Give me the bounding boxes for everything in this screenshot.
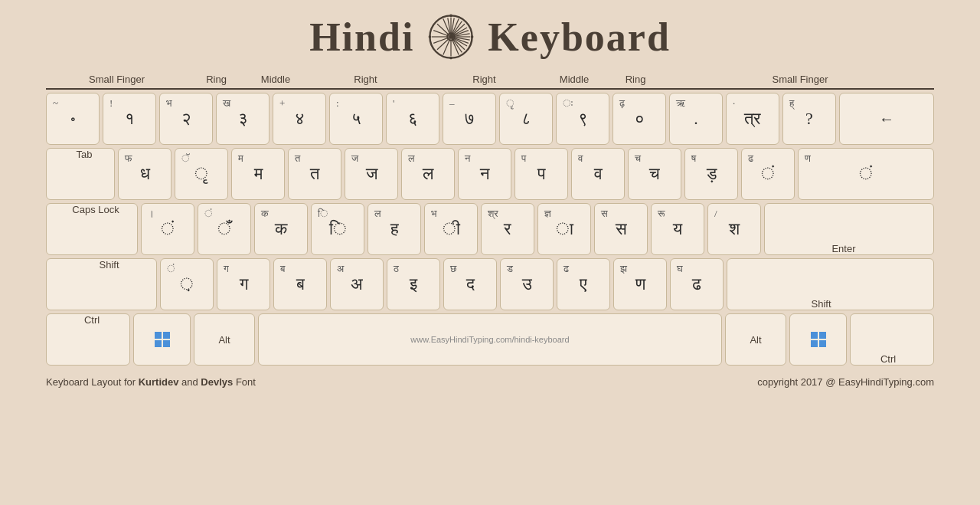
key-9[interactable]: ः९ bbox=[556, 93, 609, 145]
key-period[interactable]: झण bbox=[613, 258, 667, 310]
row-shift: Shift ं़ गग बब अअ ठइ छद डउ ढए झण घढ Shif… bbox=[46, 258, 934, 310]
key-comma[interactable]: ढए bbox=[557, 258, 610, 310]
key-v[interactable]: अअ bbox=[330, 258, 384, 310]
key-c[interactable]: बब bbox=[273, 258, 327, 310]
key-ctrl-right[interactable]: Ctrl bbox=[850, 313, 934, 366]
key-enter[interactable]: Enter bbox=[764, 203, 934, 255]
svg-rect-33 bbox=[163, 340, 170, 347]
svg-point-26 bbox=[450, 15, 453, 18]
title-part1: Hindi bbox=[309, 15, 414, 60]
key-win-right[interactable] bbox=[789, 313, 847, 366]
key-shift-right[interactable]: Shift bbox=[727, 258, 934, 310]
key-n[interactable]: छद bbox=[443, 258, 497, 310]
key-1[interactable]: !१ bbox=[103, 93, 156, 145]
key-ctrl-left[interactable]: Ctrl bbox=[46, 313, 130, 366]
svg-point-29 bbox=[471, 35, 474, 38]
key-close-bracket[interactable]: ढं bbox=[741, 148, 795, 200]
finger-ring-r: Ring bbox=[605, 74, 666, 85]
svg-rect-34 bbox=[811, 332, 818, 339]
key-r[interactable]: तत bbox=[288, 148, 341, 200]
key-6[interactable]: '६ bbox=[386, 93, 439, 145]
key-w[interactable]: ॅृ bbox=[175, 148, 228, 200]
finger-middle-r: Middle bbox=[544, 74, 605, 85]
finger-right-index: Right bbox=[306, 74, 425, 85]
key-o[interactable]: वव bbox=[571, 148, 625, 200]
key-0[interactable]: ढ़० bbox=[612, 93, 666, 145]
key-shift-left[interactable]: Shift bbox=[46, 258, 157, 310]
key-e[interactable]: मम bbox=[231, 148, 285, 200]
key-2[interactable]: भ२ bbox=[159, 93, 213, 145]
key-bracket[interactable]: ह्? bbox=[782, 93, 836, 145]
key-7[interactable]: –७ bbox=[443, 93, 496, 145]
title-part2: Keyboard bbox=[488, 15, 670, 60]
font-name-1: Kurtidev bbox=[139, 376, 179, 388]
row-number: ~॰ !१ भ२ ख३ +४ :५ '६ –७ ृ८ ः९ ढ़० ऋ. ·त्… bbox=[46, 93, 934, 145]
key-k[interactable]: ज्ञा bbox=[537, 203, 591, 255]
svg-line-12 bbox=[437, 37, 451, 50]
key-spacebar[interactable]: www.EasyHindiTyping.com/hindi-keyboard bbox=[258, 313, 722, 366]
key-i[interactable]: पप bbox=[514, 148, 568, 200]
key-equals[interactable]: ·त्र bbox=[726, 93, 779, 145]
key-alt-left[interactable]: Alt bbox=[194, 313, 255, 366]
svg-point-27 bbox=[450, 57, 453, 60]
chakra-icon bbox=[428, 14, 474, 60]
finger-middle-l: Middle bbox=[245, 74, 306, 85]
svg-rect-35 bbox=[819, 332, 826, 339]
key-s[interactable]: ंँ bbox=[198, 203, 251, 255]
row-home: Caps Lock ।ं ंँ कक िि लह भी श्रर ज्ञा सस… bbox=[46, 203, 934, 255]
svg-rect-37 bbox=[819, 340, 826, 347]
key-4[interactable]: +४ bbox=[273, 93, 326, 145]
key-h[interactable]: भी bbox=[424, 203, 478, 255]
keyboard-area: Small Finger Ring Middle Right Right Mid… bbox=[46, 74, 934, 369]
key-tab[interactable]: Tab bbox=[46, 148, 115, 200]
finger-small-finger-r: Small Finger bbox=[666, 74, 934, 85]
key-l[interactable]: सस bbox=[594, 203, 648, 255]
key-y[interactable]: लल bbox=[401, 148, 455, 200]
finger-small-finger-l: Small Finger bbox=[46, 74, 188, 85]
key-m[interactable]: डउ bbox=[500, 258, 554, 310]
row-qwerty: Tab फध ॅृ मम तत जज लल नन पप वव चच षड़ ढं… bbox=[46, 148, 934, 200]
finger-ring-l: Ring bbox=[188, 74, 245, 85]
row-bottom: Ctrl Alt www.EasyHindiTyping.com/hindi-k… bbox=[46, 313, 934, 366]
key-p[interactable]: चच bbox=[628, 148, 681, 200]
key-backspace[interactable]: ← bbox=[839, 93, 934, 145]
key-slash[interactable]: घढ bbox=[670, 258, 724, 310]
key-x[interactable]: गग bbox=[217, 258, 270, 310]
svg-rect-30 bbox=[155, 332, 162, 339]
svg-point-28 bbox=[429, 35, 432, 38]
key-j[interactable]: श्रर bbox=[481, 203, 534, 255]
svg-rect-36 bbox=[811, 340, 818, 347]
font-name-2: Devlys bbox=[201, 376, 233, 388]
key-b[interactable]: ठइ bbox=[387, 258, 440, 310]
footer: Keyboard Layout for Kurtidev and Devlys … bbox=[46, 376, 934, 388]
footer-right: copyright 2017 @ EasyHindiTyping.com bbox=[757, 376, 934, 388]
key-backtick[interactable]: ~॰ bbox=[46, 93, 100, 145]
key-minus[interactable]: ऋ. bbox=[669, 93, 723, 145]
key-f[interactable]: िि bbox=[311, 203, 364, 255]
key-quote[interactable]: /श bbox=[707, 203, 761, 255]
key-u[interactable]: नन bbox=[458, 148, 511, 200]
key-open-bracket[interactable]: षड़ bbox=[684, 148, 738, 200]
key-5[interactable]: :५ bbox=[329, 93, 383, 145]
key-g[interactable]: लह bbox=[368, 203, 421, 255]
key-q[interactable]: फध bbox=[118, 148, 172, 200]
windows-logo-right bbox=[809, 330, 828, 349]
key-semicolon[interactable]: रूय bbox=[651, 203, 704, 255]
key-d[interactable]: कक bbox=[254, 203, 308, 255]
windows-logo-left bbox=[153, 330, 172, 349]
key-capslock[interactable]: Caps Lock bbox=[46, 203, 138, 255]
key-t[interactable]: जज bbox=[345, 148, 398, 200]
svg-rect-31 bbox=[163, 332, 170, 339]
footer-left: Keyboard Layout for Kurtidev and Devlys … bbox=[46, 376, 256, 388]
title-area: Hindi bbox=[309, 14, 671, 60]
key-3[interactable]: ख३ bbox=[216, 93, 270, 145]
key-a[interactable]: ।ं bbox=[141, 203, 194, 255]
svg-rect-32 bbox=[155, 340, 162, 347]
key-alt-right[interactable]: Alt bbox=[725, 313, 786, 366]
key-win-left[interactable] bbox=[133, 313, 191, 366]
key-z[interactable]: ं़ bbox=[160, 258, 214, 310]
key-backslash[interactable]: णं bbox=[798, 148, 934, 200]
finger-labels: Small Finger Ring Middle Right Right Mid… bbox=[46, 74, 934, 90]
key-8[interactable]: ृ८ bbox=[499, 93, 553, 145]
finger-right-index2: Right bbox=[425, 74, 544, 85]
